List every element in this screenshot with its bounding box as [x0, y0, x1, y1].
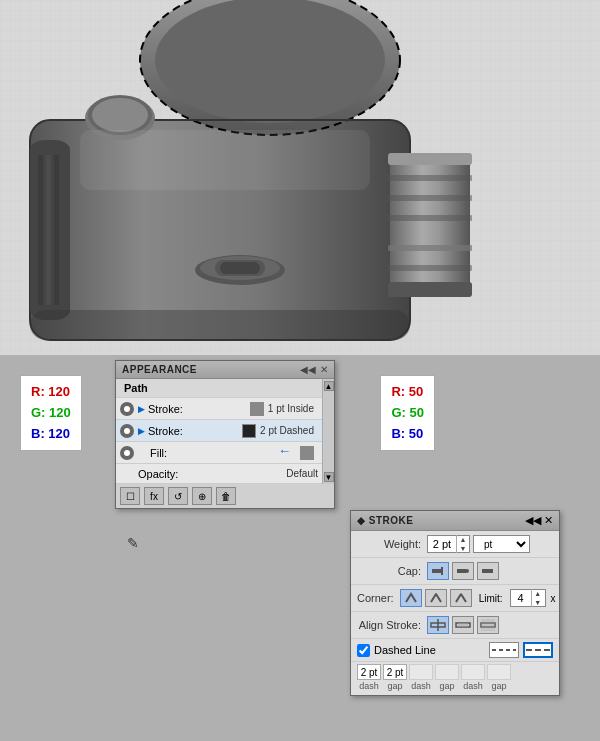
align-outside-btn[interactable] — [477, 616, 499, 634]
dashed-line-checkbox[interactable] — [357, 644, 370, 657]
fill-swatch[interactable] — [300, 446, 314, 460]
align-controls — [427, 616, 499, 634]
stroke-value-1: 1 pt Inside — [268, 403, 314, 414]
stroke-arrow-indicator: ← — [278, 443, 291, 458]
gap-label-2: gap — [439, 681, 454, 691]
cap-label: Cap: — [357, 565, 427, 577]
panels-area: R: 120 G: 120 B: 120 R: 50 G: 50 B: 50 A… — [0, 355, 600, 741]
limit-input[interactable] — [511, 592, 531, 604]
opacity-value: Default — [286, 468, 318, 479]
stroke-label-1: Stroke: — [148, 403, 250, 415]
gap-input-1[interactable] — [383, 664, 407, 680]
fill-row[interactable]: Fill: — [116, 442, 322, 464]
svg-rect-25 — [220, 262, 260, 274]
weight-unit-dropdown[interactable]: pt px mm — [473, 535, 530, 553]
weight-controls: ▲ ▼ pt px mm — [427, 535, 530, 553]
reset-btn[interactable]: ↺ — [168, 487, 188, 505]
weight-input[interactable] — [428, 538, 456, 550]
corner-label: Corner: — [357, 592, 400, 604]
stroke-close-btn[interactable]: ✕ — [544, 514, 553, 526]
svg-rect-36 — [458, 623, 468, 627]
fx-btn[interactable]: fx — [144, 487, 164, 505]
gap-val-1: gap — [383, 664, 407, 691]
dash-val-3: dash — [461, 664, 485, 691]
align-stroke-row: Align Stroke: — [351, 612, 559, 639]
stroke-collapse-btn[interactable]: ◀◀ — [525, 514, 541, 526]
svg-point-31 — [465, 569, 469, 573]
path-label: Path — [116, 379, 322, 398]
weight-row: Weight: ▲ ▼ pt px mm — [351, 531, 559, 558]
expand-arrow-1[interactable]: ▶ — [138, 404, 145, 414]
corner-controls: Limit: ▲ ▼ x — [400, 589, 556, 607]
gap-label-1: gap — [387, 681, 402, 691]
svg-rect-14 — [388, 195, 472, 201]
canvas-area — [0, 0, 600, 355]
new-item-btn[interactable]: ☐ — [120, 487, 140, 505]
rgb-label-right: R: 50 G: 50 B: 50 — [380, 375, 435, 451]
cap-row: Cap: — [351, 558, 559, 585]
cap-round-btn[interactable] — [452, 562, 474, 580]
stroke-panel-title: ◆ STROKE — [357, 515, 413, 526]
align-label: Align Stroke: — [357, 619, 427, 631]
gap-empty-2[interactable] — [487, 664, 511, 680]
stroke-label-2: Stroke: — [148, 425, 242, 437]
stroke-swatch-1[interactable] — [250, 402, 264, 416]
gap-label-3: gap — [491, 681, 506, 691]
align-inside-btn[interactable] — [452, 616, 474, 634]
cap-butt-btn[interactable] — [427, 562, 449, 580]
svg-rect-21 — [54, 155, 59, 305]
dashed-line-row: Dashed Line — [351, 639, 559, 662]
b-value-right: B: 50 — [391, 424, 424, 445]
dash-values-row: dash gap dash gap dash gap — [351, 662, 559, 695]
appearance-collapse-btn[interactable]: ◀◀ — [300, 364, 316, 375]
duplicate-btn[interactable]: ⊕ — [192, 487, 212, 505]
svg-rect-26 — [80, 130, 370, 190]
svg-rect-11 — [388, 153, 472, 165]
dash-pattern-2[interactable] — [523, 642, 553, 658]
stroke-panel-controls: ◀◀ ✕ — [525, 514, 553, 527]
limit-unit: x — [551, 593, 556, 604]
appearance-panel-controls: ◀◀ ✕ — [300, 364, 328, 375]
dash-empty-2[interactable] — [461, 664, 485, 680]
weight-spinner[interactable]: ▲ ▼ — [427, 535, 470, 553]
corner-miter-btn[interactable] — [400, 589, 422, 607]
dashed-line-label[interactable]: Dashed Line — [374, 644, 436, 656]
stroke-panel: ◆ STROKE ◀◀ ✕ Weight: ▲ ▼ pt px — [350, 510, 560, 696]
corner-bevel-btn[interactable] — [450, 589, 472, 607]
spinner-arrows: ▲ ▼ — [456, 535, 469, 553]
weight-up-btn[interactable]: ▲ — [457, 535, 469, 544]
visibility-eye-2[interactable] — [120, 424, 134, 438]
corner-row: Corner: Limit: ▲ ▼ — [351, 585, 559, 612]
corner-round-btn[interactable] — [425, 589, 447, 607]
g-value-left: G: 120 — [31, 403, 71, 424]
camera-illustration — [0, 0, 600, 355]
dash-val-2: dash — [409, 664, 433, 691]
visibility-eye-3[interactable] — [120, 446, 134, 460]
align-center-btn[interactable] — [427, 616, 449, 634]
rgb-label-left: R: 120 G: 120 B: 120 — [20, 375, 82, 451]
svg-rect-13 — [388, 175, 472, 181]
svg-rect-16 — [388, 245, 472, 251]
expand-arrow-2[interactable]: ▶ — [138, 426, 145, 436]
gap-val-3: gap — [487, 664, 511, 691]
stroke-row-1[interactable]: ▶ Stroke: 1 pt Inside — [116, 398, 322, 420]
stroke-swatch-2[interactable] — [242, 424, 256, 438]
dash-pattern-1[interactable] — [489, 642, 519, 658]
delete-btn[interactable]: 🗑 — [216, 487, 236, 505]
limit-spinner[interactable]: ▲ ▼ — [510, 589, 546, 607]
appearance-close-btn[interactable]: ✕ — [320, 364, 328, 375]
svg-rect-12 — [388, 282, 472, 297]
stroke-panel-header: ◆ STROKE ◀◀ ✕ — [351, 511, 559, 531]
weight-down-btn[interactable]: ▼ — [457, 544, 469, 553]
dash-input-1[interactable] — [357, 664, 381, 680]
svg-point-4 — [155, 0, 385, 123]
visibility-eye-1[interactable] — [120, 402, 134, 416]
gap-empty-1[interactable] — [435, 664, 459, 680]
weight-label: Weight: — [357, 538, 427, 550]
stroke-row-2[interactable]: ▶ Stroke: 2 pt Dashed — [116, 420, 322, 442]
gap-val-2: gap — [435, 664, 459, 691]
limit-down-btn[interactable]: ▼ — [532, 598, 544, 607]
cap-projecting-btn[interactable] — [477, 562, 499, 580]
limit-up-btn[interactable]: ▲ — [532, 589, 544, 598]
dash-empty-1[interactable] — [409, 664, 433, 680]
